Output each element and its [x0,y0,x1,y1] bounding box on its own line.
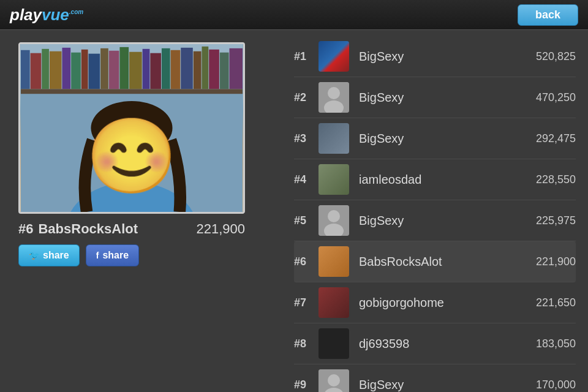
row-avatar [318,205,349,236]
facebook-share-label: share [102,250,129,261]
user-score: 221,900 [196,221,245,237]
svg-rect-18 [181,48,193,89]
row-rank: #8 [294,337,318,350]
svg-point-35 [328,87,340,99]
svg-rect-21 [209,50,219,89]
row-rank: #9 [294,379,318,391]
svg-point-41 [328,374,340,386]
svg-point-28 [91,101,172,155]
twitter-share-label: share [43,250,69,261]
svg-rect-14 [143,49,150,89]
facebook-icon: f [96,251,99,260]
row-score: 170,000 [521,379,576,391]
row-avatar [318,246,349,277]
row-avatar [318,164,349,195]
leaderboard-row[interactable]: #4iamleosdad228,550 [294,159,576,200]
svg-rect-15 [150,53,161,89]
back-button[interactable]: back [518,4,578,26]
header: playvue.com back [0,0,588,30]
svg-rect-12 [119,47,129,89]
svg-rect-10 [100,48,108,89]
svg-rect-7 [71,53,81,89]
svg-rect-26 [123,164,140,182]
profile-photo-container [18,42,245,214]
svg-rect-13 [129,52,142,89]
leaderboard-row[interactable]: #9BigSexy170,000 [294,364,576,392]
svg-rect-2 [21,50,30,89]
svg-rect-19 [194,51,202,89]
twitter-share-button[interactable]: 🐦 share [18,244,80,266]
row-rank: #1 [294,50,318,63]
row-username: BigSexy [359,378,521,392]
svg-rect-9 [89,54,100,89]
svg-point-30 [140,142,151,149]
row-score: 292,475 [521,132,576,145]
row-avatar [318,287,349,318]
svg-point-32 [142,143,149,149]
logo-play: play [10,6,42,24]
row-username: gobigorgohome [359,296,521,310]
svg-rect-16 [162,48,170,89]
row-score: 520,825 [521,50,576,63]
svg-rect-24 [21,89,243,94]
row-score: 221,650 [521,296,576,309]
leaderboard-row[interactable]: #3BigSexy292,475 [294,118,576,159]
row-username: iamleosdad [359,173,521,187]
row-avatar [318,82,349,113]
main-content: #6 BabsRocksAlot 221,900 🐦 share f share… [0,30,588,392]
row-score: 228,550 [521,173,576,186]
svg-rect-20 [202,47,208,89]
row-avatar [318,41,349,72]
svg-point-29 [113,142,124,149]
row-rank: #6 [294,255,318,268]
row-rank: #7 [294,296,318,309]
svg-point-31 [116,143,123,149]
svg-rect-5 [50,51,62,89]
logo-vue: vue [42,6,69,24]
left-panel: #6 BabsRocksAlot 221,900 🐦 share f share [0,30,282,392]
leaderboard-row[interactable]: #8dj693598183,050 [294,323,576,364]
leaderboard-row[interactable]: #5BigSexy225,975 [294,200,576,241]
svg-point-27 [92,107,170,191]
svg-rect-23 [230,48,243,89]
row-username: BigSexy [359,91,521,105]
row-username: BigSexy [359,214,521,228]
facebook-share-button[interactable]: f share [86,244,139,266]
svg-rect-4 [42,49,49,89]
row-score: 183,050 [521,337,576,350]
svg-rect-3 [31,53,42,89]
user-name: BabsRocksAlot [38,221,196,237]
svg-rect-22 [220,53,229,89]
leaderboard-row[interactable]: #1BigSexy520,825 [294,36,576,77]
svg-rect-11 [109,51,119,89]
svg-rect-17 [171,50,181,89]
svg-rect-8 [81,50,88,89]
row-score: 470,250 [521,91,576,104]
logo: playvue.com [10,6,83,24]
row-rank: #5 [294,214,318,227]
profile-photo [20,44,243,212]
row-rank: #2 [294,91,318,104]
row-username: BabsRocksAlot [359,255,521,269]
row-username: BigSexy [359,50,521,64]
row-avatar [318,123,349,154]
leaderboard-panel: #1BigSexy520,825#2BigSexy470,250#3BigSex… [282,30,588,392]
svg-point-38 [328,210,340,222]
user-info: #6 BabsRocksAlot 221,900 [18,221,245,237]
logo-dot: .com [69,9,83,15]
twitter-icon: 🐦 [29,251,39,260]
row-username: BigSexy [359,132,521,146]
share-buttons: 🐦 share f share [18,244,139,266]
row-rank: #3 [294,132,318,145]
row-username: dj693598 [359,337,521,351]
user-rank: #6 [18,221,33,237]
row-avatar [318,369,349,392]
leaderboard-row[interactable]: #6BabsRocksAlot221,900 [294,241,576,282]
leaderboard-list: #1BigSexy520,825#2BigSexy470,250#3BigSex… [294,36,576,392]
row-avatar [318,328,349,359]
svg-point-33 [127,154,137,160]
row-score: 221,900 [521,255,576,268]
svg-rect-6 [62,48,70,89]
leaderboard-row[interactable]: #7gobigorgohome221,650 [294,282,576,323]
leaderboard-row[interactable]: #2BigSexy470,250 [294,77,576,118]
